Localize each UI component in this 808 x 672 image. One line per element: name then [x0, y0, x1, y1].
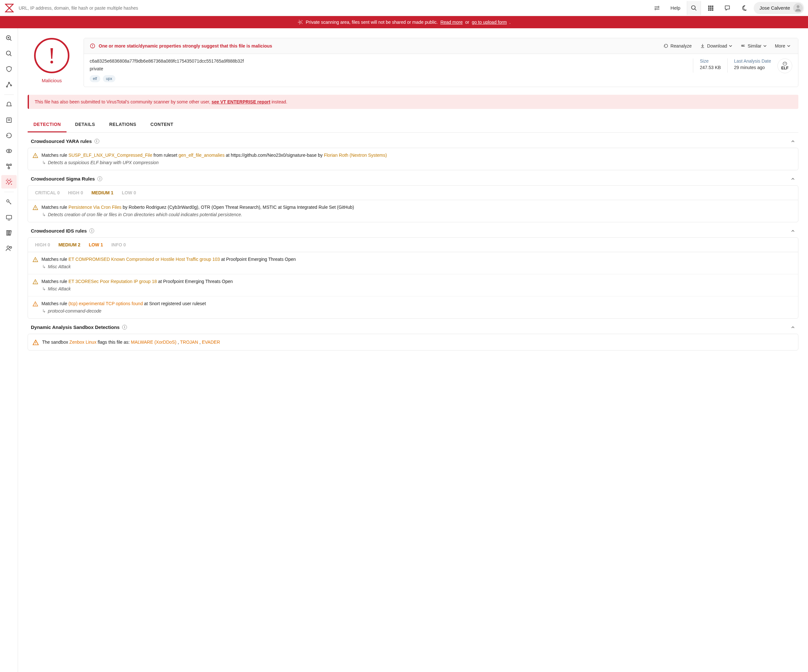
- chevron-up-icon: [791, 139, 795, 143]
- summary-card: One or more static/dynamic properties st…: [83, 38, 798, 87]
- svg-rect-6: [712, 5, 713, 7]
- nav-history-icon[interactable]: [1, 129, 17, 142]
- file-name: private: [90, 66, 686, 71]
- nav-list-icon[interactable]: [1, 113, 17, 127]
- svg-point-59: [35, 344, 36, 344]
- warning-icon: [32, 279, 38, 285]
- svg-rect-33: [6, 179, 12, 185]
- scan-icon: [297, 19, 303, 25]
- file-hash: c6a8325e6836808a77f9db6e867368a089fc1754…: [90, 58, 686, 63]
- severity-tab[interactable]: HIGH 0: [35, 242, 50, 247]
- tab-detection[interactable]: DETECTION: [28, 117, 67, 132]
- settings-icon[interactable]: [650, 1, 664, 15]
- svg-point-45: [783, 62, 787, 65]
- severity-tab[interactable]: INFO 0: [111, 242, 126, 247]
- svg-point-22: [6, 86, 7, 87]
- svg-point-44: [92, 47, 93, 48]
- svg-point-41: [10, 247, 12, 248]
- similar-button[interactable]: Similar: [739, 42, 768, 50]
- svg-point-28: [6, 149, 12, 153]
- svg-line-17: [10, 39, 11, 41]
- search-icon[interactable]: [687, 1, 701, 15]
- nav-eye-icon[interactable]: [1, 144, 17, 158]
- warning-icon: [32, 153, 38, 158]
- svg-rect-7: [708, 7, 710, 9]
- tab-details[interactable]: DETAILS: [69, 117, 100, 132]
- sandbox-section-body: The sandbox Zenbox Linux flags this file…: [28, 334, 798, 350]
- svg-rect-25: [7, 118, 11, 123]
- readmore-link[interactable]: Read more: [440, 20, 462, 25]
- svg-rect-38: [7, 231, 8, 235]
- severity-tab[interactable]: MEDIUM 1: [91, 190, 113, 195]
- download-button[interactable]: Download: [698, 42, 734, 50]
- warning-icon: [32, 257, 38, 262]
- help-link[interactable]: Help: [666, 5, 684, 11]
- svg-point-13: [797, 5, 800, 8]
- nav-users-icon[interactable]: [1, 242, 17, 255]
- nav-nodes-icon[interactable]: [1, 160, 17, 173]
- theme-icon[interactable]: [737, 1, 751, 15]
- search-input[interactable]: [17, 3, 146, 13]
- chevron-down-icon: [763, 44, 766, 48]
- ids-rule: Matches rule (tcp) experimental TCP opti…: [28, 297, 798, 318]
- nav-zoom-icon[interactable]: [1, 32, 17, 45]
- tab-relations[interactable]: RELATIONS: [104, 117, 142, 132]
- svg-rect-12: [712, 9, 713, 11]
- svg-point-51: [35, 209, 36, 209]
- ids-section-header[interactable]: Crowdsourced IDS rulesi: [28, 222, 798, 237]
- nav-library-icon[interactable]: [1, 226, 17, 240]
- info-icon: i: [89, 228, 94, 233]
- sigma-section-header[interactable]: Crowdsourced Sigma Rulesi: [28, 170, 798, 185]
- tags: elfupx: [90, 75, 686, 82]
- severity-tab[interactable]: LOW 1: [89, 242, 103, 247]
- comment-icon[interactable]: [720, 1, 735, 15]
- info-icon: i: [95, 139, 99, 143]
- info-icon: i: [122, 325, 127, 330]
- yara-section-body: Matches rule SUSP_ELF_LNX_UPX_Compressed…: [28, 148, 798, 170]
- svg-point-1: [655, 9, 656, 10]
- sigma-severity-tabs: CRITICAL 0HIGH 0MEDIUM 1LOW 0: [28, 186, 798, 200]
- avatar-icon: [793, 3, 803, 13]
- logo[interactable]: [4, 3, 15, 13]
- tag-elf[interactable]: elf: [90, 75, 100, 82]
- nav-key-icon[interactable]: [1, 195, 17, 209]
- severity-tab[interactable]: MEDIUM 2: [58, 242, 80, 247]
- chevron-down-icon: [787, 44, 790, 48]
- severity-tab[interactable]: CRITICAL 0: [35, 190, 60, 195]
- alert-message: One or more static/dynamic properties st…: [90, 43, 657, 49]
- svg-point-15: [299, 21, 301, 23]
- reanalyze-button[interactable]: Reanalyze: [661, 42, 694, 50]
- svg-rect-30: [7, 164, 8, 166]
- sigma-rule: Matches rule Persistence Via Cron Files …: [28, 200, 798, 222]
- enterprise-link[interactable]: see VT ENTERPRISE report: [212, 99, 270, 104]
- info-icon: i: [97, 176, 102, 181]
- nav-monitor-icon[interactable]: [1, 211, 17, 224]
- svg-point-49: [35, 157, 36, 157]
- chevron-up-icon: [791, 229, 795, 233]
- severity-tab[interactable]: LOW 0: [122, 190, 136, 195]
- svg-rect-8: [710, 7, 711, 9]
- user-name: Jose Calvente: [760, 5, 790, 11]
- svg-point-53: [35, 261, 36, 262]
- upload-link[interactable]: go to upload form: [472, 20, 507, 25]
- grid-icon[interactable]: [704, 1, 718, 15]
- warning-icon: [32, 339, 39, 346]
- yara-section-header[interactable]: Crowdsourced YARA rulesi: [28, 133, 798, 148]
- more-button[interactable]: More: [773, 42, 792, 50]
- svg-rect-9: [712, 7, 713, 9]
- user-menu[interactable]: Jose Calvente: [754, 2, 804, 14]
- nav-graph-icon[interactable]: [1, 78, 17, 91]
- svg-point-57: [35, 305, 36, 306]
- nav-private-scan-icon[interactable]: [1, 175, 17, 188]
- sandbox-section-header[interactable]: Dynamic Analysis Sandbox Detectionsi: [28, 318, 798, 334]
- nav-alert-icon[interactable]: [1, 98, 17, 112]
- severity-tab[interactable]: HIGH 0: [68, 190, 83, 195]
- nav-shield-icon[interactable]: [1, 62, 17, 76]
- private-banner: Private scanning area, files sent will n…: [0, 16, 808, 28]
- sigma-section-body: CRITICAL 0HIGH 0MEDIUM 1LOW 0 Matches ru…: [28, 185, 798, 222]
- tag-upx[interactable]: upx: [103, 75, 115, 82]
- tab-content[interactable]: CONTENT: [145, 117, 179, 132]
- svg-point-40: [7, 246, 9, 248]
- top-bar: Help Jose Calvente: [0, 0, 808, 16]
- nav-search-icon[interactable]: [1, 47, 17, 60]
